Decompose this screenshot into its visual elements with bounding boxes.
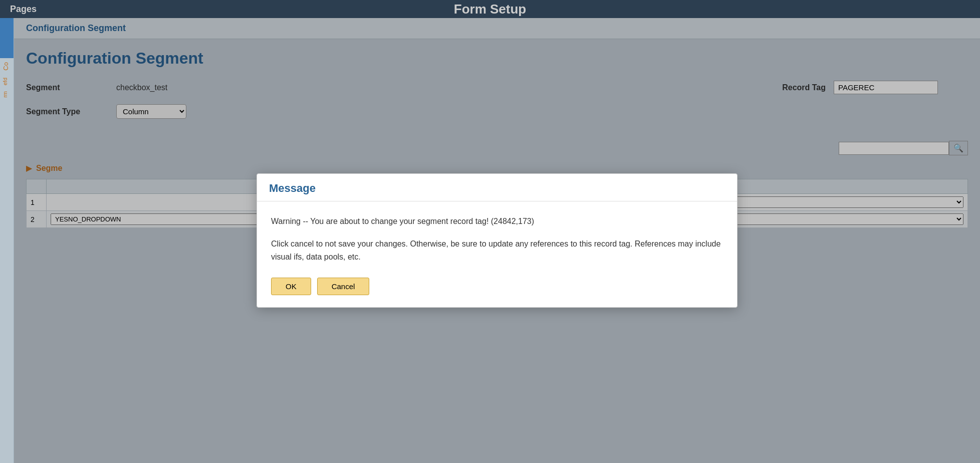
content-area: Configuration Segment Configuration Segm… [14,18,980,463]
top-bar: Pages Form Setup [0,0,980,18]
app-title: Form Setup [454,2,526,17]
cancel-button[interactable]: Cancel [317,278,370,295]
dialog-warning-text: Warning -- You are about to change your … [271,215,723,227]
pages-label: Pages [10,4,37,15]
ok-button[interactable]: OK [271,278,311,295]
message-dialog: Message Warning -- You are about to chan… [257,173,738,307]
dialog-buttons: OK Cancel [271,278,723,295]
dialog-title: Message [269,182,316,194]
sidebar-orange-item[interactable]: efd [0,75,14,88]
dialog-info-text: Click cancel to not save your changes. O… [271,238,723,263]
sidebar-col-label[interactable]: Co [0,58,14,75]
dialog-header: Message [257,174,737,201]
sidebar-orange-item2[interactable]: rm [0,88,14,101]
sidebar-active-item[interactable] [0,18,14,58]
dialog-body: Warning -- You are about to change your … [257,201,737,307]
overlay-backdrop: Message Warning -- You are about to chan… [14,18,980,463]
main-wrapper: Co efd rm Configuration Segment Configur… [0,18,980,463]
sidebar: Co efd rm [0,18,14,463]
